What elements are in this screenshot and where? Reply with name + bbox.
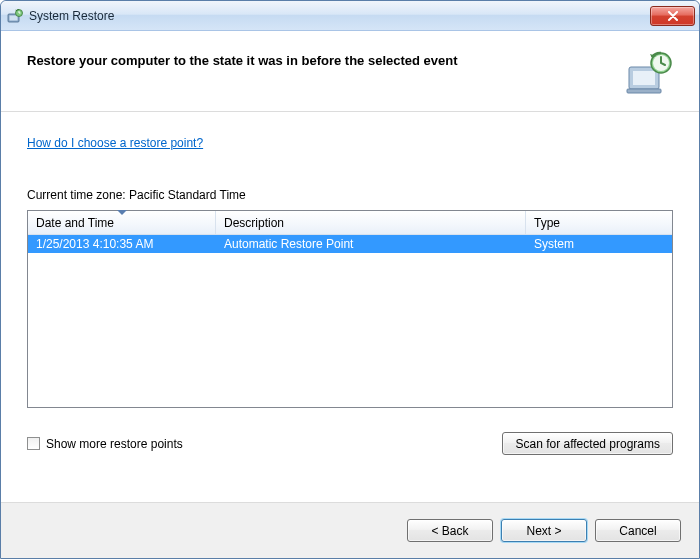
show-more-label: Show more restore points <box>46 437 183 451</box>
checkbox-icon <box>27 437 40 450</box>
footer: < Back Next > Cancel <box>1 502 699 558</box>
svg-rect-5 <box>627 89 661 93</box>
titlebar[interactable]: System Restore <box>1 1 699 31</box>
next-button[interactable]: Next > <box>501 519 587 542</box>
restore-illustration-icon <box>625 49 673 97</box>
table-row[interactable]: 1/25/2013 4:10:35 AM Automatic Restore P… <box>28 235 672 253</box>
cancel-button[interactable]: Cancel <box>595 519 681 542</box>
column-header-type[interactable]: Type <box>526 211 672 234</box>
column-header-description[interactable]: Description <box>216 211 526 234</box>
page-title: Restore your computer to the state it wa… <box>27 49 615 68</box>
header: Restore your computer to the state it wa… <box>1 31 699 111</box>
table-header: Date and Time Description Type <box>28 211 672 235</box>
table-body: 1/25/2013 4:10:35 AM Automatic Restore P… <box>28 235 672 253</box>
window-title: System Restore <box>29 9 650 23</box>
help-link[interactable]: How do I choose a restore point? <box>27 136 203 150</box>
close-icon <box>667 11 679 21</box>
svg-rect-4 <box>633 71 655 85</box>
system-restore-window: System Restore Restore your computer to … <box>0 0 700 559</box>
close-button[interactable] <box>650 6 695 26</box>
column-header-date-time[interactable]: Date and Time <box>28 211 216 234</box>
svg-rect-1 <box>10 15 18 20</box>
back-button[interactable]: < Back <box>407 519 493 542</box>
scan-affected-button[interactable]: Scan for affected programs <box>502 432 673 455</box>
show-more-checkbox[interactable]: Show more restore points <box>27 437 183 451</box>
cell-description: Automatic Restore Point <box>216 237 526 251</box>
timezone-label: Current time zone: Pacific Standard Time <box>27 188 673 202</box>
system-restore-icon <box>7 8 23 24</box>
cell-type: System <box>526 237 672 251</box>
options-row: Show more restore points Scan for affect… <box>27 432 673 455</box>
content-area: How do I choose a restore point? Current… <box>1 111 699 502</box>
restore-points-table[interactable]: Date and Time Description Type 1/25/2013… <box>27 210 673 408</box>
cell-date-time: 1/25/2013 4:10:35 AM <box>28 237 216 251</box>
